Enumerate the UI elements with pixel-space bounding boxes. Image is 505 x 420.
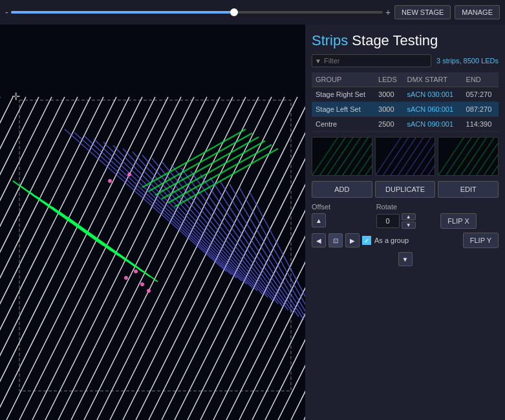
filter-row: ▼ 3 strips, 8500 LEDs (312, 54, 499, 67)
stage-canvas[interactable] (0, 0, 305, 420)
cell-leds: 3000 (374, 102, 403, 117)
cell-group: Stage Right Set (312, 87, 374, 102)
zoom-minus-btn[interactable]: - (5, 7, 8, 17)
cell-leds: 2500 (374, 117, 403, 132)
rotate-input[interactable] (376, 214, 400, 228)
cell-group: Stage Left Set (312, 102, 374, 117)
zoom-slider[interactable] (11, 11, 383, 14)
cell-dmx-start: sACN 060:001 (403, 102, 462, 117)
thumbnail-2[interactable] (375, 137, 436, 176)
offset-group: Offset ▲ (312, 203, 370, 229)
cell-leds: 3000 (374, 87, 403, 102)
offset-center-btn[interactable]: ⊡ (328, 233, 343, 247)
duplicate-button[interactable]: DUPLICATE (375, 181, 436, 198)
col-end: END (462, 72, 499, 87)
offset-down-btn[interactable]: ▼ (398, 252, 413, 266)
rotate-down-btn[interactable]: ▼ (402, 222, 416, 229)
sacn-link[interactable]: sACN 030:001 (407, 90, 453, 98)
filter-icon: ▼ (315, 58, 321, 65)
rotate-group: Rotate ▲ ▼ (376, 203, 435, 229)
zoom-thumb[interactable] (230, 8, 238, 16)
col-leds: LEDS (374, 72, 403, 87)
rotate-controls: ▲ ▼ (376, 213, 435, 229)
thumbnail-3[interactable] (438, 137, 499, 176)
move-icon: ✛ (12, 90, 20, 103)
as-group-checkbox[interactable]: ✓ (362, 236, 371, 245)
add-button[interactable]: ADD (312, 181, 372, 198)
col-group: GROUP (312, 72, 374, 87)
flip-x-button[interactable]: FLIP X (440, 213, 476, 229)
table-row[interactable]: Stage Right Set 3000 sACN 030:001 057:27… (312, 87, 499, 102)
strips-table: GROUP LEDS DMX START END Stage Right Set… (312, 72, 499, 132)
flip-x-group: FLIP X (440, 203, 499, 229)
top-bar: - + NEW STAGE MANAGE (0, 0, 505, 25)
zoom-track (11, 11, 234, 14)
cell-end: 087:270 (462, 102, 499, 117)
flip-y-button[interactable]: FLIP Y (463, 233, 499, 248)
cell-dmx-start: sACN 030:001 (403, 87, 462, 102)
offset-left-btn[interactable]: ◀ (312, 233, 326, 247)
table-row[interactable]: Stage Left Set 3000 sACN 060:001 087:270 (312, 102, 499, 117)
zoom-plus-btn[interactable]: + (385, 7, 391, 17)
offset-right-btn[interactable]: ▶ (345, 233, 360, 247)
offset-controls: ▲ (312, 213, 370, 227)
zoom-control: - + (5, 7, 391, 17)
right-content: Strips Stage Testing ▼ 3 strips, 8500 LE… (305, 25, 505, 420)
filter-wrap: ▼ (312, 54, 431, 67)
edit-button[interactable]: EDIT (438, 181, 499, 198)
offset-up-btn[interactable]: ▲ (312, 213, 326, 227)
rotate-label: Rotate (376, 203, 435, 211)
right-panel: Strips Stage Testing ▼ 3 strips, 8500 LE… (305, 0, 505, 420)
cell-end: 057:270 (462, 87, 499, 102)
cell-end: 114:390 (462, 117, 499, 132)
offset-label: Offset (312, 203, 370, 211)
offset-down-container: ▼ (312, 252, 499, 266)
action-buttons: ADD DUPLICATE EDIT (312, 181, 499, 198)
filter-input[interactable] (312, 54, 431, 67)
manage-button[interactable]: MANAGE (455, 5, 500, 19)
new-stage-button[interactable]: NEW STAGE (394, 5, 451, 19)
sacn-link[interactable]: sACN 060:001 (407, 105, 453, 113)
rotate-arrows: ▲ ▼ (402, 213, 416, 229)
sacn-link[interactable]: sACN 090:001 (407, 120, 453, 128)
thumbnail-row (312, 137, 499, 176)
col-dmx-start: DMX START (403, 72, 462, 87)
table-body: Stage Right Set 3000 sACN 030:001 057:27… (312, 87, 499, 132)
title-strips: Strips (312, 32, 348, 48)
table-header-row: GROUP LEDS DMX START END (312, 72, 499, 87)
title-rest: Stage Testing (348, 32, 438, 48)
as-group-container: ✓ As a group (362, 236, 460, 245)
checkmark-icon: ✓ (364, 237, 369, 244)
table-row[interactable]: Centre 2500 sACN 090:001 114:390 (312, 117, 499, 132)
offset-nav-row: ◀ ⊡ ▶ ✓ As a group FLIP Y (312, 233, 499, 248)
as-group-label: As a group (374, 236, 409, 244)
stage-title: Strips Stage Testing (312, 32, 499, 49)
controls-section: Offset ▲ Rotate ▲ ▼ FLIP X (312, 203, 499, 229)
stage-visualization[interactable]: ✛ (0, 0, 305, 420)
thumbnail-1[interactable] (312, 137, 372, 176)
strips-count: 3 strips, 8500 LEDs (436, 57, 499, 65)
cell-group: Centre (312, 117, 374, 132)
cell-dmx-start: sACN 090:001 (403, 117, 462, 132)
rotate-up-btn[interactable]: ▲ (402, 213, 416, 220)
